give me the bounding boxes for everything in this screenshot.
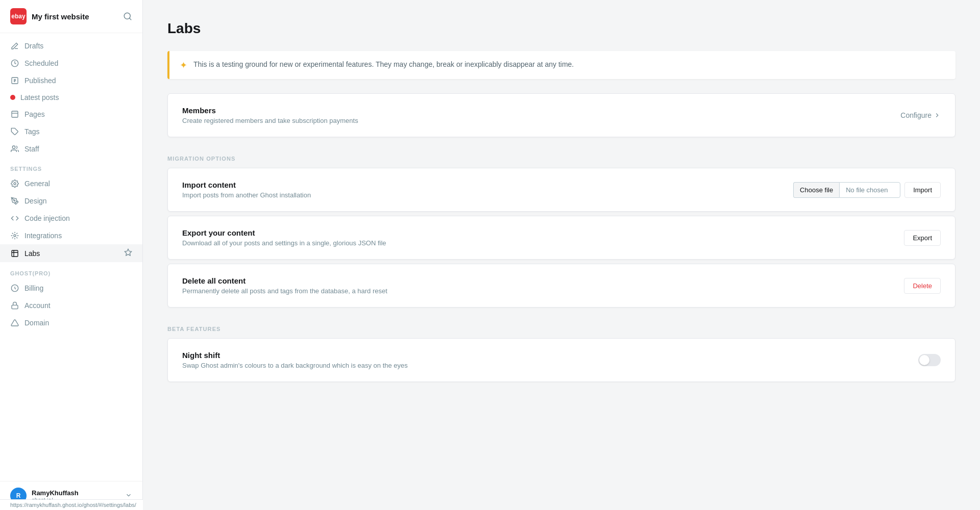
staff-icon <box>10 144 19 154</box>
svg-rect-4 <box>12 111 18 117</box>
sidebar-item-drafts[interactable]: Drafts <box>0 37 142 55</box>
sidebar-item-tags[interactable]: Tags <box>0 123 142 140</box>
sidebar-item-integrations[interactable]: Integrations <box>0 227 142 244</box>
sidebar-item-label: Labs <box>24 249 40 258</box>
sidebar-item-label: Tags <box>24 128 40 136</box>
sidebar-item-label: Published <box>24 76 56 85</box>
labs-star-icon <box>124 248 132 258</box>
delete-button[interactable]: Delete <box>904 278 941 294</box>
svg-point-9 <box>14 235 16 237</box>
file-name-display: No file chosen <box>839 182 900 198</box>
import-text: Import content Import posts from another… <box>182 181 311 199</box>
night-shift-toggle[interactable] <box>918 354 941 366</box>
sidebar-item-label: Code injection <box>24 214 70 222</box>
gear-icon <box>10 179 19 188</box>
members-action: Configure <box>900 111 941 119</box>
svg-rect-12 <box>12 305 18 309</box>
domain-icon <box>10 318 19 327</box>
sidebar-item-label: Domain <box>24 319 49 327</box>
import-description: Import posts from another Ghost installa… <box>182 191 311 199</box>
account-icon <box>10 301 19 310</box>
delete-card: Delete all content Permanently delete al… <box>167 264 955 308</box>
svg-point-6 <box>12 146 15 148</box>
svg-marker-10 <box>125 249 131 256</box>
svg-point-7 <box>14 183 16 185</box>
sidebar-item-design[interactable]: Design <box>0 192 142 210</box>
export-description: Download all of your posts and settings … <box>182 239 386 247</box>
sidebar-item-label: Design <box>24 197 47 205</box>
delete-description: Permanently delete all posts and tags fr… <box>182 287 387 295</box>
sidebar-item-billing[interactable]: Billing <box>0 279 142 297</box>
sidebar-item-label: General <box>24 180 50 188</box>
status-url: https://ramykhuffash.ghost.io/ghost/#/se… <box>10 502 136 508</box>
sidebar-item-label: Scheduled <box>24 59 58 67</box>
drafts-icon <box>10 41 19 50</box>
site-logo-area[interactable]: ebay My first website <box>10 8 89 24</box>
billing-icon <box>10 284 19 293</box>
sidebar-item-pages[interactable]: Pages <box>0 106 142 123</box>
sidebar-item-scheduled[interactable]: Scheduled <box>0 55 142 72</box>
delete-card-row: Delete all content Permanently delete al… <box>168 264 955 307</box>
sidebar-item-general[interactable]: General <box>0 175 142 192</box>
sidebar-item-latest-posts[interactable]: Latest posts <box>0 89 142 106</box>
delete-title: Delete all content <box>182 276 387 285</box>
sidebar-item-published[interactable]: Published <box>0 72 142 89</box>
search-button[interactable] <box>123 12 132 21</box>
integrations-icon <box>10 231 19 240</box>
night-shift-description: Swap Ghost admin's colours to a dark bac… <box>182 362 408 369</box>
published-icon <box>10 76 19 85</box>
main-content: Labs ✦ This is a testing ground for new … <box>143 0 980 510</box>
export-card: Export your content Download all of your… <box>167 216 955 260</box>
sidebar-item-domain[interactable]: Domain <box>0 314 142 332</box>
user-expand-icon[interactable] <box>125 492 132 500</box>
svg-point-8 <box>14 200 15 201</box>
pages-icon <box>10 110 19 119</box>
sidebar-item-staff[interactable]: Staff <box>0 140 142 158</box>
svg-line-1 <box>129 18 131 19</box>
page-title: Labs <box>167 20 955 37</box>
sidebar-item-label: Integrations <box>24 232 62 240</box>
choose-file-button[interactable]: Choose file <box>793 182 839 198</box>
members-card: Members Create registered members and ta… <box>167 93 955 137</box>
latest-posts-dot-icon <box>10 95 15 100</box>
configure-link[interactable]: Configure <box>900 111 941 119</box>
labs-icon <box>10 249 19 258</box>
export-button[interactable]: Export <box>904 230 941 246</box>
info-banner: ✦ This is a testing ground for new or ex… <box>167 51 955 79</box>
settings-section-label: SETTINGS <box>0 158 142 175</box>
code-icon <box>10 214 19 223</box>
members-title: Members <box>182 106 358 115</box>
logo-text: ebay <box>11 13 25 20</box>
file-input-wrapper: Choose file No file chosen <box>793 182 900 198</box>
night-shift-card: Night shift Swap Ghost admin's colours t… <box>167 338 955 382</box>
beta-features-section-label: BETA FEATURES <box>167 312 955 338</box>
import-button[interactable]: Import <box>904 182 941 198</box>
sidebar: ebay My first website Drafts Scheduled <box>0 0 143 510</box>
sidebar-item-label: Latest posts <box>20 93 59 101</box>
members-description: Create registered members and take subsc… <box>182 117 358 124</box>
design-icon <box>10 196 19 206</box>
night-shift-title: Night shift <box>182 351 408 360</box>
sidebar-header: ebay My first website <box>0 0 142 33</box>
sidebar-item-labs[interactable]: Labs <box>0 244 142 262</box>
import-card-row: Import content Import posts from another… <box>168 168 955 211</box>
delete-action: Delete <box>904 278 941 294</box>
ghost-pro-section-label: GHOST(PRO) <box>0 262 142 279</box>
clock-icon <box>10 59 19 68</box>
export-card-row: Export your content Download all of your… <box>168 216 955 259</box>
status-bar: https://ramykhuffash.ghost.io/ghost/#/se… <box>0 499 143 510</box>
sidebar-item-code-injection[interactable]: Code injection <box>0 210 142 227</box>
export-title: Export your content <box>182 228 386 237</box>
import-card: Import content Import posts from another… <box>167 168 955 212</box>
members-card-row: Members Create registered members and ta… <box>168 94 955 137</box>
sidebar-item-label: Drafts <box>24 42 43 50</box>
import-title: Import content <box>182 181 311 189</box>
info-banner-text: This is a testing ground for new or expe… <box>193 59 574 70</box>
sidebar-item-label: Account <box>24 301 51 310</box>
migration-section-label: MIGRATION OPTIONS <box>167 141 955 168</box>
import-action: Choose file No file chosen Import <box>793 182 941 198</box>
night-shift-card-row: Night shift Swap Ghost admin's colours t… <box>168 339 955 381</box>
sidebar-item-account[interactable]: Account <box>0 297 142 314</box>
export-action: Export <box>904 230 941 246</box>
sidebar-item-label: Pages <box>24 110 45 118</box>
